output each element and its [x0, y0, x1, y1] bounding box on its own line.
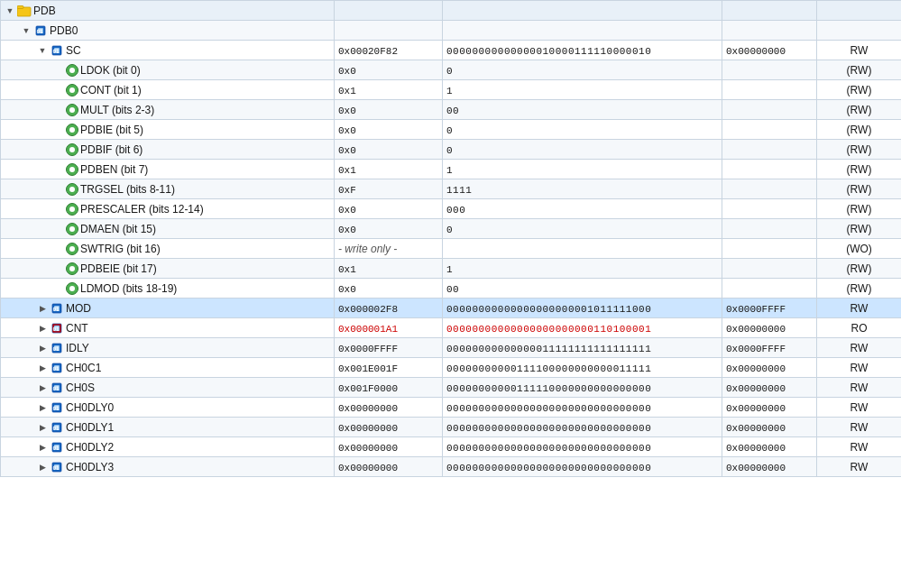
row-label: IDLY [66, 342, 89, 354]
bits-cell [443, 239, 722, 259]
field-icon [66, 282, 78, 295]
svg-text:01: 01 [53, 326, 60, 332]
addr-cell: 0x001E001F [335, 358, 443, 378]
reset-cell [722, 21, 817, 41]
expand-arrow[interactable] [37, 363, 48, 373]
access-cell: (RW) [817, 279, 902, 299]
expand-arrow[interactable] [37, 303, 48, 314]
addr-cell: 0x001F0000 [335, 378, 443, 398]
row-label: CONT (bit 1) [80, 84, 142, 96]
reset-cell: 0x00000000 [722, 318, 817, 338]
row-label: CH0C1 [66, 362, 101, 374]
table-row[interactable]: PDBEN (bit 7) 0x11(RW) [1, 160, 902, 179]
table-row[interactable]: 01 CH0S 0x001F00000000000000011111000000… [1, 378, 902, 398]
row-label: PDBEN (bit 7) [80, 163, 148, 176]
access-cell: (RW) [817, 179, 902, 199]
expand-arrow[interactable] [37, 422, 48, 433]
addr-cell: 0x0000FFFF [335, 338, 443, 358]
field-icon [66, 84, 78, 96]
table-row[interactable]: 01 MOD 0x000002F800000000000000000000001… [1, 299, 902, 318]
svg-text:01: 01 [53, 405, 60, 411]
addr-cell: 0x000002F8 [335, 299, 443, 318]
access-cell: (RW) [817, 120, 902, 140]
table-row[interactable]: CONT (bit 1) 0x11(RW) [1, 80, 902, 100]
table-row[interactable]: PDBIF (bit 6) 0x00(RW) [1, 140, 902, 160]
expand-arrow[interactable] [37, 382, 48, 393]
access-cell: (RW) [817, 219, 902, 239]
table-row[interactable]: PDBIE (bit 5) 0x00(RW) [1, 120, 902, 140]
field-icon [66, 262, 78, 275]
addr-cell: 0x0 [335, 100, 443, 120]
table-row[interactable]: 01 CNT 0x000001A100000000000000000000000… [1, 318, 902, 338]
access-cell: (RW) [817, 140, 902, 160]
addr-cell: 0x1 [335, 160, 443, 179]
table-row[interactable]: DMAEN (bit 15) 0x00(RW) [1, 219, 902, 239]
reset-cell: 0x00000000 [722, 457, 817, 477]
bits-cell: 00000000000111110000000000000000 [443, 378, 722, 398]
table-row[interactable]: PDBEIE (bit 17) 0x11(RW) [1, 259, 902, 279]
access-cell: RO [817, 318, 902, 338]
svg-text:01: 01 [53, 48, 60, 54]
reset-cell [722, 60, 817, 80]
table-row[interactable]: 01 IDLY 0x0000FFFF0000000000000001111111… [1, 338, 902, 358]
table-row[interactable]: LDOK (bit 0) 0x00(RW) [1, 60, 902, 80]
chip-icon: 01 [50, 400, 64, 415]
table-row[interactable]: 01 PDB0 [1, 21, 902, 41]
table-row[interactable]: 01 CH0DLY3 0x000000000000000000000000000… [1, 457, 902, 477]
bits-cell: 0 [443, 120, 722, 140]
table-row[interactable]: MULT (bits 2-3) 0x000(RW) [1, 100, 902, 120]
register-tree-table: PDB 01 PDB0 01 SC 0x00020F82000000000000… [0, 0, 901, 477]
chip-icon: 01 [50, 381, 64, 395]
table-row[interactable]: 01 CH0DLY0 0x000000000000000000000000000… [1, 398, 902, 418]
table-row[interactable]: PDB [1, 1, 902, 21]
expand-arrow[interactable] [37, 323, 48, 334]
reset-cell [722, 239, 817, 259]
addr-cell [335, 21, 443, 41]
bits-cell: 1111 [443, 179, 722, 199]
row-label: SC [66, 44, 81, 57]
reset-cell [722, 179, 817, 199]
access-cell: RW [817, 457, 902, 477]
table-row[interactable]: PRESCALER (bits 12-14) 0x0000(RW) [1, 199, 902, 219]
table-row[interactable]: SWTRIG (bit 16) - write only -(WO) [1, 239, 902, 259]
expand-arrow[interactable] [37, 45, 48, 56]
chip-icon: 01 [33, 23, 48, 38]
row-label: DMAEN (bit 15) [80, 223, 156, 235]
row-label: PDBIF (bit 6) [80, 143, 143, 156]
addr-cell: 0xF [335, 179, 443, 199]
bits-cell: 00000000000000000000000000000000 [443, 418, 722, 437]
expand-arrow[interactable] [5, 5, 15, 16]
row-label: PDB0 [50, 24, 78, 37]
bits-cell: 00000000000000000000000000000000 [443, 457, 722, 477]
bits-cell: 000 [443, 199, 722, 219]
access-cell: (RW) [817, 80, 902, 100]
access-cell [817, 1, 902, 21]
expand-arrow[interactable] [21, 25, 32, 36]
table-row[interactable]: 01 CH0DLY1 0x000000000000000000000000000… [1, 418, 902, 437]
chip-icon: 01 [50, 321, 64, 335]
bits-cell: 00000000000000000000001011111000 [443, 299, 722, 318]
table-row[interactable]: 01 CH0DLY2 0x000000000000000000000000000… [1, 437, 902, 457]
table-row[interactable]: TRGSEL (bits 8-11) 0xF1111(RW) [1, 179, 902, 199]
table-row[interactable]: LDMOD (bits 18-19) 0x000(RW) [1, 279, 902, 299]
field-icon [66, 183, 78, 196]
expand-arrow[interactable] [37, 462, 48, 473]
expand-arrow[interactable] [37, 402, 48, 413]
access-cell: RW [817, 437, 902, 457]
table-row[interactable]: 01 SC 0x00020F82000000000000000100001111… [1, 41, 902, 60]
reset-cell [722, 160, 817, 179]
addr-cell: 0x0 [335, 219, 443, 239]
expand-arrow[interactable] [37, 442, 48, 453]
access-cell: RW [817, 299, 902, 318]
table-row[interactable]: 01 CH0C1 0x001E001F000000000001111000000… [1, 358, 902, 378]
bits-cell: 0 [443, 219, 722, 239]
expand-arrow[interactable] [37, 343, 48, 354]
bits-cell: 00 [443, 279, 722, 299]
addr-cell: 0x1 [335, 80, 443, 100]
row-label: CH0DLY0 [66, 401, 114, 414]
row-label: SWTRIG (bit 16) [80, 243, 161, 255]
addr-cell: 0x00000000 [335, 398, 443, 418]
addr-cell: 0x0 [335, 60, 443, 80]
bits-cell: 00000000000000000000000110100001 [443, 318, 722, 338]
access-cell: RW [817, 398, 902, 418]
